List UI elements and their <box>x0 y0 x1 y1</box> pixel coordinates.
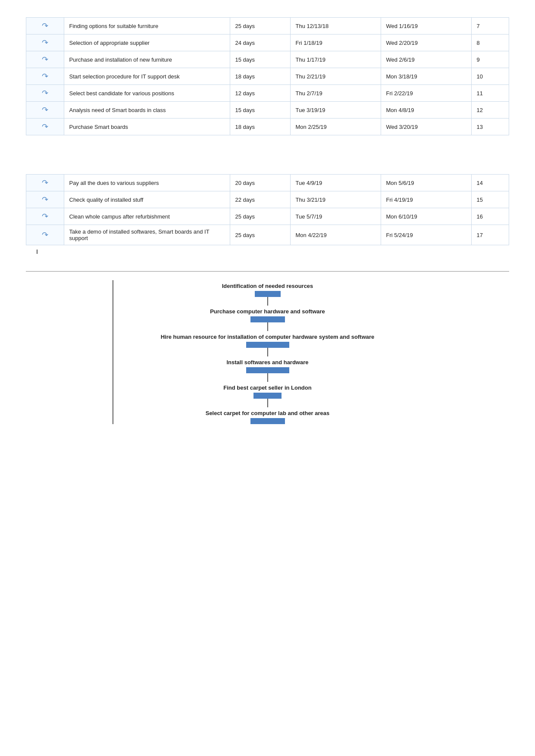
table-row: ↷ Clean whole campus after refurbishment… <box>26 208 509 225</box>
task-icon: ↷ <box>42 122 48 131</box>
task-duration-cell: 25 days <box>230 18 290 34</box>
task-id-cell: 16 <box>471 208 509 225</box>
task-icon-cell: ↷ <box>26 18 64 34</box>
task-icon: ↷ <box>42 230 48 240</box>
task-icon: ↷ <box>42 38 48 47</box>
task-icon: ↷ <box>42 105 48 115</box>
task-duration-cell: 25 days <box>230 208 290 225</box>
task-end-cell: Wed 2/20/19 <box>381 34 471 51</box>
task-name-cell: Analysis need of Smart boards in class <box>64 102 230 119</box>
diagram-item: Install softwares and hardware <box>121 356 414 382</box>
task-id-cell: 15 <box>471 191 509 208</box>
task-id-cell: 8 <box>471 34 509 51</box>
task-name-cell: Pay all the dues to various suppliers <box>64 175 230 191</box>
task-table-2: ↷ Pay all the dues to various suppliers … <box>26 174 509 254</box>
diagram-bar <box>250 316 285 322</box>
diagram-section: Identification of needed resourcesPurcha… <box>26 271 509 424</box>
table-row: ↷ Pay all the dues to various suppliers … <box>26 175 509 191</box>
task-start-cell: Thu 3/21/19 <box>290 191 381 208</box>
task-icon-cell: ↷ <box>26 102 64 119</box>
task-id-cell: 9 <box>471 51 509 68</box>
task-icon-cell: ↷ <box>26 85 64 102</box>
diagram-item: Find best carpet seller in London <box>121 382 414 407</box>
diagram-item: Identification of needed resources <box>121 280 414 306</box>
task-start-cell: Thu 12/13/18 <box>290 18 381 34</box>
diagram-bar <box>255 291 281 297</box>
task-name-cell: Start selection procedure for IT support… <box>64 68 230 85</box>
task-end-cell: Wed 2/6/19 <box>381 51 471 68</box>
table-2: ↷ Pay all the dues to various suppliers … <box>26 174 509 245</box>
task-end-cell: Fri 2/22/19 <box>381 85 471 102</box>
diagram-item: Hire human resource for installation of … <box>121 331 414 356</box>
task-end-cell: Mon 6/10/19 <box>381 208 471 225</box>
table-row: ↷ Select best candidate for various posi… <box>26 85 509 102</box>
task-duration-cell: 12 days <box>230 85 290 102</box>
task-start-cell: Tue 5/7/19 <box>290 208 381 225</box>
table-row: ↷ Start selection procedure for IT suppo… <box>26 68 509 85</box>
diagram-label: Identification of needed resources <box>121 280 414 291</box>
diagram-bar <box>250 418 285 424</box>
task-icon-cell: ↷ <box>26 68 64 85</box>
table-1: ↷ Finding options for suitable furniture… <box>26 17 509 135</box>
task-id-cell: 7 <box>471 18 509 34</box>
connector-line <box>267 348 268 356</box>
task-end-cell: Mon 4/8/19 <box>381 102 471 119</box>
table-row: ↷ Purchase and installation of new furni… <box>26 51 509 68</box>
task-duration-cell: 15 days <box>230 51 290 68</box>
task-icon: ↷ <box>42 55 48 64</box>
task-end-cell: Fri 4/19/19 <box>381 191 471 208</box>
diagram-label: Select carpet for computer lab and other… <box>121 407 414 418</box>
task-icon-cell: ↷ <box>26 119 64 135</box>
task-duration-cell: 25 days <box>230 225 290 245</box>
task-icon-cell: ↷ <box>26 34 64 51</box>
task-icon: ↷ <box>42 195 48 204</box>
diagram-bar <box>246 367 289 373</box>
diagram-label: Hire human resource for installation of … <box>121 331 414 342</box>
diagram-label: Purchase computer hardware and software <box>121 306 414 316</box>
task-id-cell: 17 <box>471 225 509 245</box>
diagram-bar <box>246 342 289 348</box>
task-duration-cell: 18 days <box>230 68 290 85</box>
task-name-cell: Clean whole campus after refurbishment <box>64 208 230 225</box>
task-icon: ↷ <box>42 72 48 81</box>
task-end-cell: Fri 5/24/19 <box>381 225 471 245</box>
task-duration-cell: 22 days <box>230 191 290 208</box>
diagram-bar <box>253 393 282 399</box>
task-icon: ↷ <box>42 178 48 187</box>
task-duration-cell: 24 days <box>230 34 290 51</box>
task-end-cell: Mon 3/18/19 <box>381 68 471 85</box>
task-icon: ↷ <box>42 212 48 221</box>
task-name-cell: Finding options for suitable furniture <box>64 18 230 34</box>
task-icon-cell: ↷ <box>26 51 64 68</box>
task-end-cell: Mon 5/6/19 <box>381 175 471 191</box>
table-row: ↷ Finding options for suitable furniture… <box>26 18 509 34</box>
connector-line <box>267 297 268 306</box>
table-row: ↷ Check quality of installed stuff 22 da… <box>26 191 509 208</box>
task-end-cell: Wed 1/16/19 <box>381 18 471 34</box>
task-icon: ↷ <box>42 88 48 98</box>
table-row: ↷ Purchase Smart boards 18 days Mon 2/25… <box>26 119 509 135</box>
diagram-label: Install softwares and hardware <box>121 356 414 367</box>
task-duration-cell: 15 days <box>230 102 290 119</box>
task-duration-cell: 20 days <box>230 175 290 191</box>
task-name-cell: Purchase Smart boards <box>64 119 230 135</box>
connector-line <box>267 373 268 382</box>
task-start-cell: Tue 3/19/19 <box>290 102 381 119</box>
task-name-cell: Select best candidate for various positi… <box>64 85 230 102</box>
task-id-cell: 13 <box>471 119 509 135</box>
diagram-label: Find best carpet seller in London <box>121 382 414 393</box>
task-name-cell: Check quality of installed stuff <box>64 191 230 208</box>
task-icon-cell: ↷ <box>26 208 64 225</box>
diagram-left-line <box>113 280 113 424</box>
task-end-cell: Wed 3/20/19 <box>381 119 471 135</box>
task-id-cell: 10 <box>471 68 509 85</box>
task-start-cell: Mon 4/22/19 <box>290 225 381 245</box>
connector-line <box>267 399 268 407</box>
task-id-cell: 12 <box>471 102 509 119</box>
connector-line <box>267 322 268 331</box>
table-row: ↷ Selection of appropriate supplier 24 d… <box>26 34 509 51</box>
table-row: ↷ Analysis need of Smart boards in class… <box>26 102 509 119</box>
task-start-cell: Thu 2/21/19 <box>290 68 381 85</box>
diagram-item: Select carpet for computer lab and other… <box>121 407 414 424</box>
task-table-1: ↷ Finding options for suitable furniture… <box>26 17 509 135</box>
